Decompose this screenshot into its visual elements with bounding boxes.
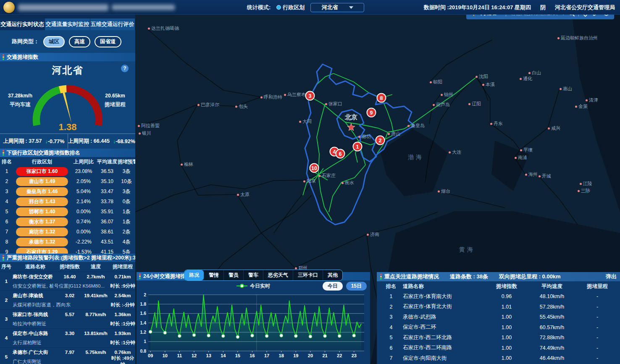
today-button[interactable]: 今日: [323, 282, 343, 291]
traffic-light-icon: [3, 150, 4, 156]
layer-tab-警车[interactable]: 警车: [244, 270, 263, 280]
city-index-pill[interactable]: 廊坊市 1.32: [16, 228, 68, 236]
city-dot-icon: [586, 99, 588, 101]
city-label: 包头: [235, 103, 248, 110]
city-dot-icon: [342, 182, 344, 184]
congestion-marker-8[interactable]: 8: [377, 93, 386, 103]
city-label: 丹东: [490, 120, 503, 127]
congestion-marker-2[interactable]: 2: [376, 136, 385, 145]
city-label: 海州: [525, 171, 538, 178]
city-dot-icon: [358, 136, 360, 138]
warning-table-body: 1廊坊市-信安立交桥16.402.7km/h0.71km信安立交桥附近, 桩号位…: [0, 272, 135, 364]
city-label: 江陵: [580, 181, 592, 187]
congestion-marker-1[interactable]: 1: [353, 142, 363, 152]
tab-1[interactable]: 交通运行实时状态: [0, 18, 45, 30]
road-type-国省道[interactable]: 国省道: [95, 36, 121, 47]
table-row[interactable]: 6石家庄市-西二环南路1.0074.49km/h-: [377, 343, 620, 354]
table-row[interactable]: 5石家庄市-西二环北路1.0072.88km/h-: [377, 333, 620, 343]
city-index-pill[interactable]: 承德市 1.32: [16, 238, 68, 246]
table-row[interactable]: 5承德市-广仁大街7.975.75km/h0.76km广仁大街附近时长 :49分…: [0, 348, 135, 364]
table-row[interactable]: 1张家口市 1.6023.08%36.533条: [0, 166, 135, 176]
fifteen-day-button[interactable]: 15日: [346, 282, 367, 291]
svg-text:10: 10: [163, 353, 168, 358]
city-index-pill[interactable]: 唐山市 1.49: [16, 177, 68, 186]
city-label: 惠山: [560, 86, 572, 92]
table-row[interactable]: 6衡水市 1.370.74%36.071条: [0, 217, 135, 227]
tab-3[interactable]: 五维交通运行评价: [90, 18, 135, 30]
city-index-pill[interactable]: 石家庄市 1.29: [16, 248, 68, 254]
region-dropdown[interactable]: 河北省: [310, 3, 364, 12]
city-label: 烟台: [438, 188, 450, 194]
city-label: 南浦: [515, 155, 527, 161]
city-dot-icon: [318, 175, 321, 177]
tab-2[interactable]: 交通流量实时监控: [45, 18, 90, 30]
popup-link[interactable]: 弹出: [606, 273, 617, 280]
layer-tab-警员[interactable]: 警员: [224, 270, 244, 280]
table-row[interactable]: 3张家口市-张尚线5.578.77km/h1.36km哈拉沟中桥附近时长 :1分…: [0, 310, 135, 329]
city-dot-icon: [303, 180, 305, 182]
city-index-pill[interactable]: 张家口市 1.60: [16, 167, 68, 176]
table-row[interactable]: 3承德市-武烈路1.0055.45km/h-: [377, 312, 620, 322]
table-row[interactable]: 9石家庄市 1.29-1.53%41.155条: [0, 247, 135, 254]
legend-marker-icon: [236, 284, 247, 288]
city-dot-icon: [325, 103, 327, 105]
table-row[interactable]: 1石家庄市-体育南大街0.9648.10km/h-: [377, 291, 620, 302]
region-mode-radio[interactable]: 行政区划: [276, 4, 305, 11]
city-index-pill[interactable]: 秦皇岛市 1.46: [16, 187, 68, 196]
avg-speed-value: 37.28: [8, 93, 21, 99]
layer-tab-警情[interactable]: 警情: [204, 270, 224, 280]
table-row[interactable]: 2唐山市 1.492.05%35.1010条: [0, 176, 135, 186]
city-label: 通化: [520, 76, 532, 82]
table-row[interactable]: 3秦皇岛市 1.465.04%33.473条: [0, 186, 135, 196]
ranking-header: 排名行政区划上周同比平均速度拥堵预警: [0, 157, 135, 166]
city-index-pill[interactable]: 衡水市 1.37: [16, 217, 68, 226]
svg-text:11: 11: [177, 353, 182, 358]
table-row[interactable]: 7保定市-向阳南大街1.0046.44km/h-: [377, 353, 620, 364]
section-title: 交通拥堵指数: [7, 54, 38, 61]
table-row[interactable]: 2唐山市-津渝线3.0219.41km/h2.54km从煤河桥到彭富道，西向东时…: [0, 291, 135, 310]
congestion-marker-3[interactable]: 3: [305, 91, 315, 101]
city-label: 辽阳: [468, 101, 481, 107]
road-type-城区[interactable]: 城区: [43, 36, 65, 47]
city-index-pill[interactable]: 邢台市 1.43: [16, 197, 68, 206]
city-label: 三陟: [578, 188, 590, 194]
app-title-redacted: [18, 4, 108, 11]
section-header-warning-list: 严重拥堵路段预警列表:(拥堵指数>2 拥堵里程>200米):33条: [0, 254, 135, 262]
road-type-高速[interactable]: 高速: [69, 36, 90, 47]
city-dot-icon: [578, 190, 580, 192]
table-row[interactable]: 4保定市-中山东路3.3013.81km/h1.93km太行崖柏附近时长 :1分…: [0, 329, 135, 348]
help-icon[interactable]: ?: [121, 65, 129, 72]
warning-table: 序号道路名称拥堵指数速度拥堵里程 1廊坊市-信安立交桥16.402.7km/h0…: [0, 262, 135, 364]
focus-roads-panel: 重点关注道路拥堵情况 道路条数 : 38条 双向拥堵总里程 : 0.00km 弹…: [377, 272, 620, 364]
left-tabs: 交通运行实时状态交通流量实时监控五维交通运行评价: [0, 15, 135, 30]
city-dot-icon: [181, 163, 183, 165]
capital-label: 北京: [345, 113, 357, 121]
brand-area: [3, 2, 175, 13]
prev-mileage: 上周同期 : 66.445: [68, 138, 110, 145]
layer-tab-路况[interactable]: 路况: [184, 270, 204, 280]
table-row[interactable]: 2石家庄市-体育北大街1.0157.28km/h-: [377, 302, 620, 312]
city-dot-icon: [433, 104, 435, 106]
svg-text:17: 17: [264, 353, 269, 358]
table-row[interactable]: 5邯郸市 1.400.00%35.911条: [0, 207, 135, 217]
table-row[interactable]: 7廊坊市 1.320.00%38.612条: [0, 227, 135, 237]
table-row[interactable]: 4保定市-西二环1.0060.57km/h-: [377, 322, 620, 333]
congestion-marker-9[interactable]: 9: [367, 108, 376, 118]
city-dot-icon: [299, 120, 301, 123]
city-label: 廊坊: [358, 134, 371, 140]
layer-tab-恶劣天气[interactable]: 恶劣天气: [263, 270, 293, 280]
city-index-pill[interactable]: 邯郸市 1.40: [16, 207, 68, 216]
table-row[interactable]: 1廊坊市-信安立交桥16.402.7km/h0.71km信安立交桥附近, 桩号位…: [0, 272, 135, 291]
congestion-marker-6[interactable]: 6: [336, 149, 345, 159]
agency-name: 河北省公安厅交通管理局: [555, 4, 615, 11]
city-label: 阿拉善盟: [138, 123, 160, 129]
gauge-region-title: 河北省: [0, 64, 135, 77]
layer-tab-其他[interactable]: 其他: [323, 270, 342, 280]
layer-tab-三环卡口[interactable]: 三环卡口: [293, 270, 323, 280]
city-dot-icon: [138, 125, 140, 127]
city-dot-icon: [468, 103, 470, 105]
prev-mileage-delta: -68.92%: [116, 139, 135, 144]
congestion-marker-10[interactable]: 10: [310, 163, 319, 173]
table-row[interactable]: 8承德市 1.32-2.22%43.514条: [0, 237, 135, 247]
table-row[interactable]: 4邢台市 1.432.14%33.780条: [0, 196, 135, 207]
